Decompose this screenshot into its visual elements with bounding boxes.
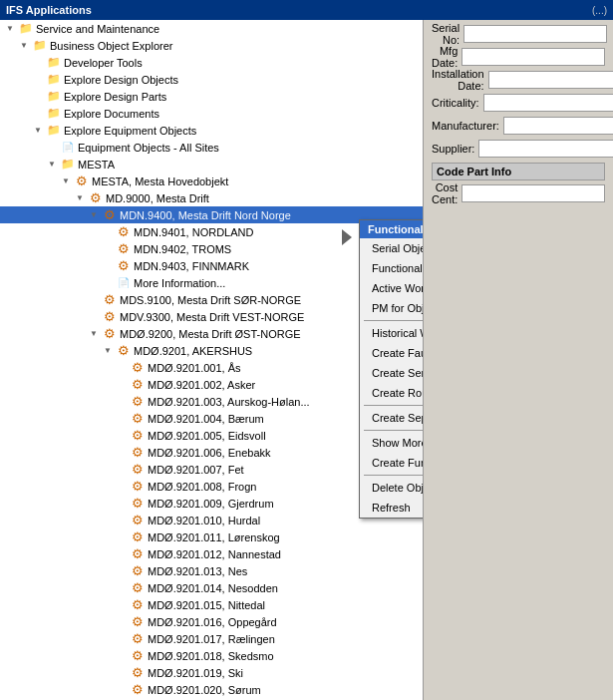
- tree-item-md09201016[interactable]: ⚙MDØ.9201.016, Oppegård: [0, 613, 423, 630]
- expand-icon-equipment-objects-all-sites[interactable]: [44, 140, 60, 156]
- tree-item-md09201019[interactable]: ⚙MDØ.9201.019, Ski: [0, 664, 423, 681]
- tree-item-developer-tools[interactable]: 📁Developer Tools: [0, 54, 423, 71]
- tree-item-mesta-hoved[interactable]: ▼⚙MESTA, Mesta Hovedobjekt: [0, 173, 423, 189]
- expand-icon-md09201004[interactable]: [114, 411, 130, 427]
- expand-icon-more-info[interactable]: [100, 275, 116, 291]
- form-input-mfgdate[interactable]: [461, 48, 605, 66]
- tree-item-service-maintenance[interactable]: ▼📁Service and Maintenance: [0, 20, 423, 37]
- expand-icon-md09201014[interactable]: [114, 580, 130, 596]
- expand-icon-mesta[interactable]: ▼: [44, 157, 60, 173]
- tree-item-md09201018[interactable]: ⚙MDØ.9201.018, Skedsmo: [0, 647, 423, 664]
- ctx-item-create-service-request[interactable]: Create Service Request: [360, 363, 424, 383]
- expand-icon-md09201[interactable]: ▼: [100, 343, 116, 359]
- ctx-item-pm-object-structure[interactable]: PM for Object Structure: [360, 298, 424, 318]
- tree-item-explore-equipment-objects[interactable]: ▼📁Explore Equipment Objects: [0, 122, 423, 139]
- expand-icon-mdv9300[interactable]: [86, 309, 102, 325]
- expand-icon-explore-equipment-objects[interactable]: ▼: [30, 123, 46, 139]
- form-input-supplier[interactable]: [478, 140, 613, 158]
- tree-label-service-maintenance: Service and Maintenance: [36, 23, 159, 35]
- expand-icon-md09201016[interactable]: [114, 614, 130, 630]
- form-input-costcent[interactable]: [461, 184, 605, 202]
- expand-icon-md09201011[interactable]: [114, 529, 130, 545]
- ctx-item-show-more-info[interactable]: Show More Information: [360, 433, 424, 453]
- tree-item-md09201013[interactable]: ⚙MDØ.9201.013, Nes: [0, 562, 423, 579]
- tree-item-md09201012[interactable]: ⚙MDØ.9201.012, Nannestad: [0, 545, 423, 562]
- expand-icon-md09201002[interactable]: [114, 377, 130, 393]
- tree-item-md09201014[interactable]: ⚙MDØ.9201.014, Nesodden: [0, 579, 423, 596]
- tree-label-md09201: MDØ.9201, AKERSHUS: [134, 345, 252, 357]
- ctx-item-active-work-orders[interactable]: Active Work Orders: [360, 278, 424, 298]
- ctx-item-functional-objects[interactable]: Functional Objects: [360, 258, 424, 278]
- expand-icon-md09201008[interactable]: [114, 479, 130, 495]
- expand-icon-biz-object-explorer[interactable]: ▼: [16, 38, 32, 54]
- form-row: Supplier:: [432, 139, 605, 159]
- form-label: Criticality:: [432, 97, 483, 109]
- expand-icon-md09201003[interactable]: [114, 394, 130, 410]
- form-input-installationdate[interactable]: [488, 71, 613, 89]
- expand-icon-explore-documents[interactable]: [30, 106, 46, 122]
- tree-item-md09201011[interactable]: ⚙MDØ.9201.011, Lørenskog: [0, 528, 423, 545]
- node-icon-gear: ⚙: [88, 190, 104, 206]
- form-label: Manufacturer:: [432, 120, 503, 132]
- expand-icon-md09201012[interactable]: [114, 546, 130, 562]
- expand-icon-md09201010[interactable]: [114, 513, 130, 528]
- expand-icon-md09201020[interactable]: [114, 682, 130, 698]
- main-layout: ▼📁Service and Maintenance▼📁Business Obje…: [0, 20, 613, 700]
- app-title: IFS Applications: [6, 4, 92, 16]
- tree-item-explore-design-objects[interactable]: 📁Explore Design Objects: [0, 71, 423, 88]
- expand-icon-md09201015[interactable]: [114, 597, 130, 613]
- ctx-item-create-separate-pm-action[interactable]: Create Separate PM Action: [360, 408, 424, 428]
- context-menu[interactable]: Functional Object Information Serial Obj…: [359, 219, 424, 519]
- title-bar-controls[interactable]: (...): [592, 5, 607, 16]
- expand-icon-md09201005[interactable]: [114, 428, 130, 444]
- ctx-item-create-functional-object[interactable]: Create Functional Object...: [360, 453, 424, 473]
- expand-icon-md09201019[interactable]: [114, 665, 130, 681]
- tree-label-mdv9300: MDV.9300, Mesta Drift VEST-NORGE: [120, 311, 304, 323]
- expand-icon-md9000[interactable]: ▼: [72, 190, 88, 206]
- expand-icon-mesta-hoved[interactable]: ▼: [58, 174, 74, 189]
- expand-icon-md09201013[interactable]: [114, 563, 130, 579]
- expand-icon-md09201009[interactable]: [114, 496, 130, 512]
- tree-label-mdn9403: MDN.9403, FINNMARK: [134, 260, 249, 272]
- expand-icon-explore-design-parts[interactable]: [30, 89, 46, 105]
- expand-icon-md09201006[interactable]: [114, 445, 130, 461]
- expand-icon-md09201018[interactable]: [114, 648, 130, 664]
- expand-icon-md09200[interactable]: ▼: [86, 326, 102, 342]
- tree-item-md09201017[interactable]: ⚙MDØ.9201.017, Rælingen: [0, 630, 423, 647]
- expand-icon-mdn9400[interactable]: ▼: [86, 207, 102, 223]
- tree-label-mds9100: MDS.9100, Mesta Drift SØR-NORGE: [120, 294, 301, 306]
- tree-item-biz-object-explorer[interactable]: ▼📁Business Object Explorer: [0, 37, 423, 54]
- node-icon-gear: ⚙: [130, 496, 146, 512]
- form-row: Cost Cent:: [432, 183, 605, 203]
- expand-icon-md09201007[interactable]: [114, 462, 130, 478]
- ctx-item-delete-object[interactable]: Delete Object: [360, 478, 424, 498]
- expand-icon-mdn9403[interactable]: [100, 258, 116, 274]
- expand-icon-developer-tools[interactable]: [30, 55, 46, 71]
- tree-item-md09201020[interactable]: ⚙MDØ.9201.020, Sørum: [0, 681, 423, 698]
- tree-item-mesta[interactable]: ▼📁MESTA: [0, 156, 423, 173]
- form-input-serialno[interactable]: [463, 25, 607, 43]
- tree-item-explore-design-parts[interactable]: 📁Explore Design Parts: [0, 88, 423, 105]
- expand-icon-explore-design-objects[interactable]: [30, 72, 46, 88]
- tree-label-explore-documents: Explore Documents: [64, 108, 159, 120]
- form-row: Criticality:: [432, 93, 605, 113]
- expand-icon-service-maintenance[interactable]: ▼: [2, 21, 18, 37]
- form-input-manufacturer[interactable]: [503, 117, 613, 135]
- ctx-item-serial-objects[interactable]: Serial Objects: [360, 238, 424, 258]
- expand-icon-mds9100[interactable]: [86, 292, 102, 308]
- expand-icon-md09201001[interactable]: [114, 360, 130, 376]
- form-input-criticality[interactable]: [483, 94, 613, 112]
- tree-label-md09201006: MDØ.9201.006, Enebakk: [148, 447, 271, 459]
- tree-item-md9000[interactable]: ▼⚙MD.9000, Mesta Drift: [0, 189, 423, 206]
- expand-icon-mdn9401[interactable]: [100, 224, 116, 240]
- form-label: Supplier:: [432, 143, 478, 155]
- ctx-item-historical-work-orders[interactable]: Historical Work Orders: [360, 323, 424, 343]
- tree-item-md09201015[interactable]: ⚙MDØ.9201.015, Nittedal: [0, 596, 423, 613]
- expand-icon-md09201017[interactable]: [114, 631, 130, 647]
- ctx-item-create-route-pm-action[interactable]: Create Route PM Action: [360, 383, 424, 403]
- tree-item-explore-documents[interactable]: 📁Explore Documents: [0, 105, 423, 122]
- tree-item-equipment-objects-all-sites[interactable]: 📄Equipment Objects - All Sites: [0, 139, 423, 156]
- ctx-item-refresh[interactable]: Refresh: [360, 498, 424, 518]
- ctx-item-create-fault-report[interactable]: Create Fault Report: [360, 343, 424, 363]
- expand-icon-mdn9402[interactable]: [100, 241, 116, 257]
